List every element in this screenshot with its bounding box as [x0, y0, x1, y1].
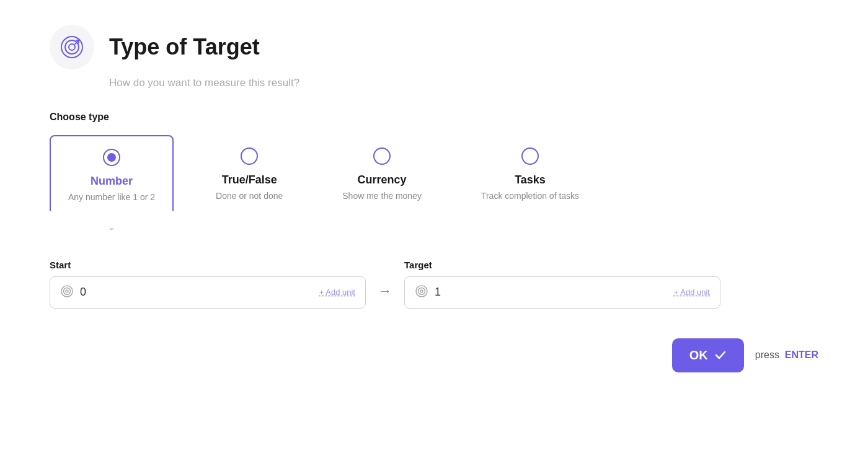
ok-row: OK press ENTER	[50, 338, 818, 372]
type-name-true-false: True/False	[222, 174, 277, 187]
svg-point-6	[66, 290, 68, 292]
radio-currency	[373, 147, 391, 165]
radio-number	[103, 149, 120, 166]
header-icon	[50, 25, 94, 69]
start-label: Start	[50, 260, 366, 270]
page-title: Type of Target	[109, 34, 260, 60]
type-name-currency: Currency	[358, 174, 407, 187]
target-input-wrapper: + Add unit	[404, 276, 720, 309]
target-label: Target	[404, 260, 720, 270]
inputs-row: Start + Add unit → Target	[50, 260, 818, 309]
svg-point-7	[416, 286, 427, 297]
type-card-currency[interactable]: Currency Show me the money	[325, 135, 439, 218]
type-card-true-false[interactable]: True/False Done or not done	[198, 135, 300, 218]
type-name-number: Number	[91, 175, 133, 188]
target-input[interactable]	[435, 286, 668, 299]
svg-point-5	[64, 288, 71, 294]
start-group: Start + Add unit	[50, 260, 366, 309]
header: Type of Target	[50, 25, 818, 69]
choose-type-label: Choose type	[50, 112, 818, 123]
type-card-number[interactable]: Number Any number like 1 or 2	[50, 135, 174, 230]
target-group: Target + Add unit	[404, 260, 720, 309]
svg-point-9	[420, 290, 423, 292]
enter-label: ENTER	[785, 350, 818, 360]
radio-true-false	[241, 147, 258, 165]
start-input[interactable]	[80, 286, 313, 299]
start-add-unit[interactable]: + Add unit	[319, 288, 355, 297]
arrow-separator: →	[366, 260, 404, 299]
svg-point-2	[69, 44, 75, 50]
type-cards-container: Number Any number like 1 or 2 True/False…	[50, 135, 818, 230]
svg-point-4	[61, 286, 73, 297]
page-container: Type of Target How do you want to measur…	[50, 25, 818, 372]
type-name-tasks: Tasks	[515, 174, 546, 187]
start-input-wrapper: + Add unit	[50, 276, 366, 309]
radio-tasks	[521, 147, 539, 165]
ok-button[interactable]: OK	[672, 338, 744, 372]
page-subtitle: How do you want to measure this result?	[109, 77, 818, 89]
type-desc-number: Any number like 1 or 2	[68, 191, 155, 204]
type-desc-currency: Show me the money	[342, 190, 422, 203]
type-desc-tasks: Track completion of tasks	[481, 190, 579, 203]
svg-point-8	[418, 288, 425, 294]
checkmark-icon	[714, 349, 727, 361]
target-field-icon	[415, 284, 428, 301]
start-field-icon	[60, 284, 74, 301]
type-card-tasks[interactable]: Tasks Track completion of tasks	[464, 135, 596, 218]
target-icon	[60, 35, 84, 59]
ok-label: OK	[689, 348, 708, 363]
target-add-unit[interactable]: + Add unit	[674, 288, 710, 297]
type-desc-true-false: Done or not done	[216, 190, 283, 203]
press-enter-hint: press ENTER	[755, 350, 818, 361]
